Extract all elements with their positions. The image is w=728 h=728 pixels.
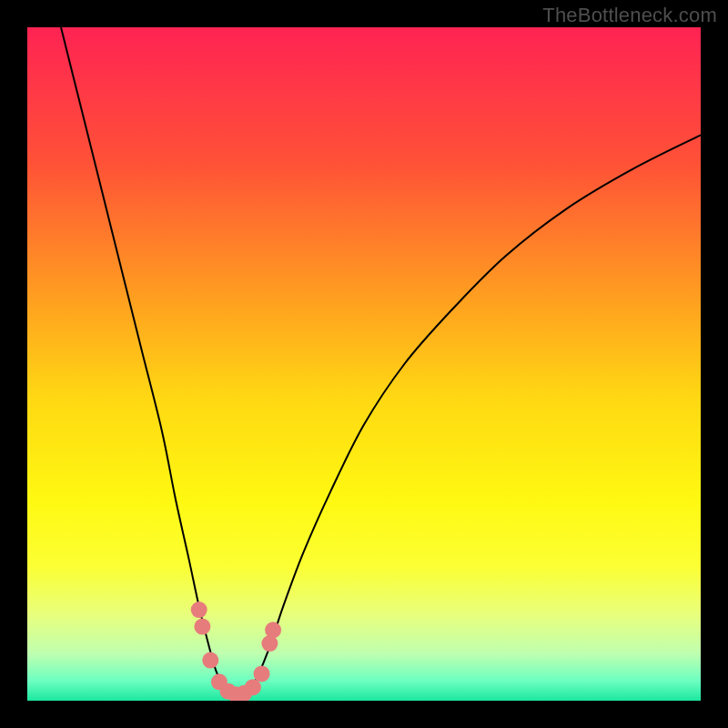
chart-background bbox=[27, 27, 701, 701]
chart-frame: TheBottleneck.com bbox=[0, 0, 728, 728]
marker-dot bbox=[254, 665, 270, 682]
marker-dot bbox=[245, 679, 261, 695]
watermark-text: TheBottleneck.com bbox=[542, 4, 717, 27]
plot-area bbox=[27, 27, 701, 701]
marker-dot bbox=[202, 652, 218, 669]
marker-dot bbox=[191, 602, 207, 618]
chart-svg bbox=[27, 27, 701, 701]
marker-dot bbox=[265, 622, 281, 638]
marker-dot bbox=[194, 619, 210, 635]
